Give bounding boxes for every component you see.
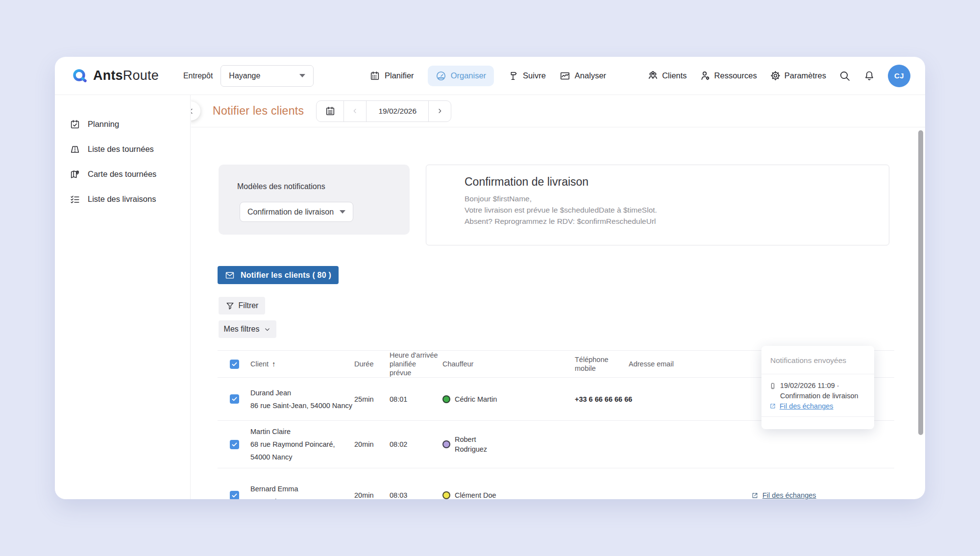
driver-cell: Robert Rodriguez xyxy=(442,435,575,454)
popover-footer xyxy=(761,417,874,429)
eta-cell: 08:03 xyxy=(390,491,442,499)
chevron-down-icon xyxy=(299,74,305,77)
gear-icon xyxy=(770,70,781,81)
sort-asc-icon: ↑ xyxy=(272,360,276,368)
driver-cell: Cédric Martin xyxy=(442,394,575,404)
notification-datetime: 19/02/2026 11:09 · xyxy=(780,381,858,391)
my-filters-button[interactable]: Mes filtres xyxy=(219,320,276,338)
duration-cell: 20min xyxy=(354,491,390,499)
people-icon xyxy=(647,70,659,81)
notification-template: Confirmation de livraison xyxy=(780,391,858,401)
select-all-checkbox[interactable] xyxy=(230,360,239,369)
calendar-icon xyxy=(369,71,380,81)
nav-analyser[interactable]: Analyser xyxy=(560,71,606,81)
bell-icon[interactable] xyxy=(863,70,875,82)
duration-cell: 25min xyxy=(354,395,390,403)
client-name: Bernard Emma xyxy=(250,485,354,493)
client-cell: Durand Jean 86 rue Saint-Jean, 54000 Nan… xyxy=(250,382,354,416)
page-header: Notifier les clients 19/02/2026 xyxy=(191,95,925,127)
client-address: 28 rue des Ponts, 54000 Nancy xyxy=(250,498,354,499)
external-link-icon xyxy=(751,492,759,499)
nav-planifier[interactable]: Planifier xyxy=(369,71,414,81)
row-checkbox[interactable] xyxy=(230,491,239,500)
sidebar-item-planning[interactable]: Planning xyxy=(55,112,190,137)
nav-clients[interactable]: Clients xyxy=(647,70,686,81)
date-value[interactable]: 19/02/2026 xyxy=(366,101,428,121)
sidebar-item-liste-livraisons[interactable]: Liste des livraisons xyxy=(55,187,190,212)
notifications-popover: Notifications envoyées 19/02/2026 11:09 … xyxy=(761,346,874,429)
col-chauffeur: Chauffeur xyxy=(442,360,575,368)
client-cell: Martin Claire 68 rue Raymond Poincaré, 5… xyxy=(250,421,354,468)
main-nav: Planifier Organiser Suivre Analyser xyxy=(369,66,606,86)
sidebar: Planning Liste des tournées Carte des to… xyxy=(55,95,191,499)
chevron-down-icon xyxy=(264,326,271,333)
nav-ressources[interactable]: Ressources xyxy=(700,70,757,81)
phone-cell: +33 6 66 66 66 66 xyxy=(575,395,629,403)
calendar-picker-button[interactable] xyxy=(317,101,343,121)
driver-status-dot xyxy=(442,440,450,448)
content-area: Notifier les clients 19/02/2026 Modèles … xyxy=(191,95,925,499)
brand-name: AntsRoute xyxy=(93,68,159,83)
client-cell: Bernard Emma 28 rue des Ponts, 54000 Nan… xyxy=(250,478,354,499)
back-button[interactable] xyxy=(191,101,200,121)
preview-line: Absent? Reprogrammez le RDV: $confirmRes… xyxy=(465,216,874,227)
notification-entry: 19/02/2026 11:09 · Confirmation de livra… xyxy=(769,381,869,401)
col-email: Adresse email xyxy=(629,360,751,368)
filter-button[interactable]: Filtrer xyxy=(219,297,265,314)
warehouse-group: Entrepôt Hayange xyxy=(183,65,314,87)
sidebar-item-liste-tournees[interactable]: Liste des tournées xyxy=(55,137,190,162)
gauge-icon xyxy=(436,71,446,81)
prev-day-button[interactable] xyxy=(343,101,366,121)
chevron-down-icon xyxy=(340,210,345,214)
signpost-icon xyxy=(508,71,518,81)
thread-link[interactable]: Fil des échanges xyxy=(751,491,894,499)
notify-clients-button[interactable]: Notifier les clients ( 80 ) xyxy=(218,266,339,284)
chart-icon xyxy=(560,71,570,81)
col-telephone: Téléphone mobile xyxy=(575,355,629,373)
client-address: 86 rue Saint-Jean, 54000 Nancy xyxy=(250,402,354,410)
client-name: Martin Claire xyxy=(250,428,354,435)
next-day-button[interactable] xyxy=(428,101,451,121)
road-icon xyxy=(70,144,80,155)
nav-suivre[interactable]: Suivre xyxy=(508,71,546,81)
warehouse-label: Entrepôt xyxy=(183,72,213,80)
preview-line: Bonjour $firstName, xyxy=(465,193,874,204)
mobile-phone-icon xyxy=(769,381,776,401)
sidebar-item-carte-tournees[interactable]: Carte des tournées xyxy=(55,162,190,187)
funnel-icon xyxy=(225,301,235,311)
col-client[interactable]: Client↑ xyxy=(250,360,354,368)
eta-cell: 08:02 xyxy=(390,440,442,448)
map-pin-icon xyxy=(70,169,80,180)
col-heure: Heure d'arrivée planifiée prévue xyxy=(390,351,442,377)
scrollbar[interactable] xyxy=(918,130,923,435)
external-link-icon xyxy=(769,403,776,410)
logo-icon xyxy=(72,68,88,84)
row-checkbox[interactable] xyxy=(230,440,239,449)
app-window: AntsRoute Entrepôt Hayange Planifier Org… xyxy=(55,57,925,499)
template-label: Modèles des notifications xyxy=(237,182,410,191)
template-select[interactable]: Confirmation de livraison xyxy=(240,202,353,222)
duration-cell: 20min xyxy=(354,440,390,448)
preview-title: Confirmation de livraison xyxy=(465,175,874,189)
date-control: 19/02/2026 xyxy=(316,100,451,122)
logo[interactable]: AntsRoute xyxy=(72,68,159,84)
row-checkbox[interactable] xyxy=(230,394,239,404)
search-icon[interactable] xyxy=(839,70,851,82)
nav-organiser[interactable]: Organiser xyxy=(428,66,494,86)
avatar[interactable]: CJ xyxy=(888,65,910,87)
message-preview-card: Confirmation de livraison Bonjour $first… xyxy=(426,165,889,245)
calendar-check-icon xyxy=(70,119,80,130)
table-row: Bernard Emma 28 rue des Ponts, 54000 Nan… xyxy=(218,468,894,499)
popover-title: Notifications envoyées xyxy=(761,346,874,374)
client-name: Durand Jean xyxy=(250,389,354,397)
navbar-right: Clients Ressources Paramètres CJ xyxy=(647,65,910,87)
envelope-icon xyxy=(225,270,235,280)
thread-link[interactable]: Fil des échanges xyxy=(769,402,869,410)
warehouse-select[interactable]: Hayange xyxy=(220,65,314,87)
navbar: AntsRoute Entrepôt Hayange Planifier Org… xyxy=(55,57,925,95)
nav-parametres[interactable]: Paramètres xyxy=(770,70,826,81)
driver-status-dot xyxy=(442,491,450,499)
driver-cell: Clément Doe xyxy=(442,490,575,499)
page-title: Notifier les clients xyxy=(213,104,304,118)
eta-cell: 08:01 xyxy=(390,395,442,403)
